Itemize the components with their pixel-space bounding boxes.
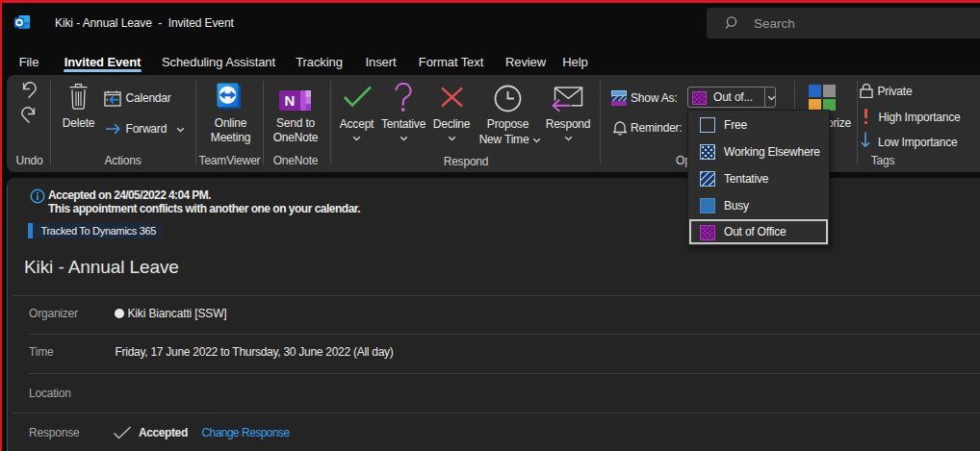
svg-text:N: N (285, 92, 296, 109)
